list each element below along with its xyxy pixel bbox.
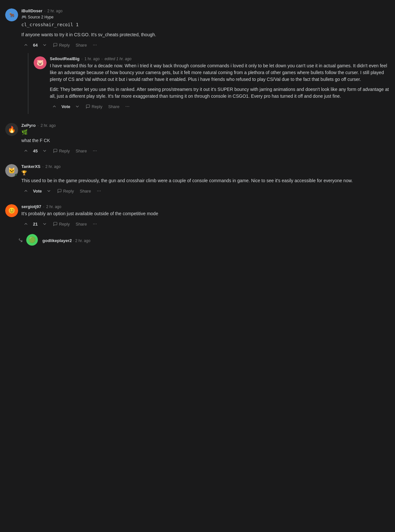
share-button[interactable]: Share	[74, 41, 89, 49]
upvote-icon	[23, 42, 28, 48]
downvote-sergiotj97[interactable]	[40, 220, 49, 228]
comment-zepyro: 🔥 ZePyro · 2 hr. ago 🌿 what the F CK 45 …	[5, 120, 390, 158]
username: iBullDoser	[21, 8, 42, 13]
comment-meta: iBullDoser · 2 hr. ago	[21, 8, 390, 13]
downvote-icon	[42, 221, 47, 227]
share-button-sergiotj97[interactable]: Share	[74, 220, 89, 228]
downvote-icon	[42, 148, 47, 153]
comment-tankerxs: 🐱 TankerXS · 2 hr. ago 🏆 This used to be…	[5, 161, 390, 198]
comment-sellout: 🐷 SelloutRealBig · 1 hr. ago · edited 1 …	[34, 53, 390, 114]
username-tankerxs: TankerXS	[21, 164, 40, 169]
reply-icon	[53, 222, 58, 226]
comment-text-sergiotj97: It's probably an option just available o…	[21, 210, 390, 217]
more-button-zepyro[interactable]: ···	[91, 147, 99, 155]
comment-text-tankerxs: This used to be in the game previously, …	[21, 177, 390, 184]
reply-arrow-icon: ↩	[17, 236, 25, 245]
flair-icon-tankerxs: 🏆	[21, 170, 27, 175]
downvote-zepyro[interactable]	[40, 147, 49, 155]
upvote-button[interactable]	[21, 41, 30, 49]
downvote-icon	[75, 104, 80, 109]
comment-body-sergiotj97: sergiotj97 · 2 hr. ago It's probably an …	[21, 204, 390, 228]
flair-icon-zepyro: 🌿	[21, 129, 28, 135]
comment-text: cl_crosshair_recoil 1 If anyone wants to…	[21, 21, 390, 38]
avatar-sergiotj97: 😊	[5, 204, 18, 217]
actions-zepyro: 45 Reply Share ···	[21, 147, 390, 155]
avatar-zepyro: 🔥	[5, 123, 18, 136]
upvote-icon	[23, 221, 28, 227]
upvote-icon	[23, 188, 28, 194]
flair-tankerxs: 🏆	[21, 170, 390, 175]
reply-button-zepyro[interactable]: Reply	[51, 147, 71, 155]
upvote-icon	[23, 148, 28, 153]
downvote-button[interactable]	[40, 41, 49, 49]
comment-text-zepyro: what the F CK	[21, 137, 390, 144]
actions: 64 Reply Share ···	[21, 41, 390, 49]
comment-body-ibulldoser: iBullDoser · 2 hr. ago 🎮 Source 2 Hype c…	[21, 8, 390, 114]
reply-icon	[57, 189, 62, 193]
share-button-zepyro[interactable]: Share	[74, 147, 89, 155]
comment-ibulldoser: 🐂 iBullDoser · 2 hr. ago 🎮 Source 2 Hype…	[5, 5, 390, 117]
more-button[interactable]: ···	[91, 41, 99, 49]
comment-body-sellout: SelloutRealBig · 1 hr. ago · edited 1 hr…	[50, 56, 390, 111]
nested-comment-sellout: 🐷 SelloutRealBig · 1 hr. ago · edited 1 …	[28, 53, 390, 114]
timestamp-godlike: 2 hr. ago	[75, 238, 91, 243]
upvote-tankerxs[interactable]	[21, 187, 30, 195]
vote-count-zepyro: 45	[33, 149, 38, 153]
upvote-sellout[interactable]	[50, 103, 59, 110]
reply-button[interactable]: Reply	[51, 41, 71, 49]
actions-sellout: Vote Reply Share ···	[50, 102, 390, 111]
timestamp-sergiotj97: 2 hr. ago	[46, 205, 61, 209]
avatar-sellout: 🐷	[34, 56, 47, 69]
downvote-sellout[interactable]	[73, 103, 82, 110]
upvote-zepyro[interactable]	[21, 147, 30, 155]
more-button-sergiotj97[interactable]: ···	[91, 220, 99, 228]
vote-label-sellout: Vote	[61, 104, 70, 109]
timestamp-zepyro: 2 hr. ago	[40, 123, 56, 128]
username-sellout: SelloutRealBig	[50, 56, 80, 61]
comment-sergiotj97: 😊 sergiotj97 · 2 hr. ago It's probably a…	[5, 201, 390, 231]
downvote-icon	[42, 42, 47, 48]
timestamp-tankerxs: 2 hr. ago	[45, 164, 60, 169]
share-button-sellout[interactable]: Share	[106, 103, 121, 110]
share-button-tankerxs[interactable]: Share	[78, 187, 93, 195]
username-zepyro: ZePyro	[21, 123, 36, 128]
vote-label-tankerxs: Vote	[33, 189, 42, 194]
flair-text: Source 2 Hype	[28, 15, 53, 19]
vote-count-sergiotj97: 21	[33, 222, 38, 227]
edited-label: edited 1 hr. ago	[104, 57, 131, 61]
username-sergiotj97: sergiotj97	[21, 204, 41, 209]
online-indicator	[15, 174, 18, 177]
upvote-sergiotj97[interactable]	[21, 220, 30, 228]
avatar-ibulldoser: 🐂	[5, 8, 18, 21]
username-godlike: godlikeplayer2	[42, 238, 72, 243]
downvote-tankerxs[interactable]	[44, 187, 53, 195]
reply-icon	[53, 149, 58, 153]
reply-button-sergiotj97[interactable]: Reply	[51, 220, 71, 228]
more-button-tankerxs[interactable]: ···	[95, 187, 103, 195]
timestamp-sellout: 1 hr. ago	[84, 57, 100, 61]
comment-body-zepyro: ZePyro · 2 hr. ago 🌿 what the F CK 45 Re…	[21, 123, 390, 155]
reply-preview-godlike: ↩ 🟢 godlikeplayer2 · 2 hr. ago	[18, 234, 390, 247]
avatar-tankerxs: 🐱	[5, 164, 18, 177]
downvote-icon	[46, 188, 51, 194]
comment-body-tankerxs: TankerXS · 2 hr. ago 🏆 This used to be i…	[21, 164, 390, 195]
more-button-sellout[interactable]: ···	[123, 102, 131, 111]
reply-button-tankerxs[interactable]: Reply	[55, 187, 76, 195]
flair-icon: 🎮	[21, 15, 27, 19]
flair: 🎮 Source 2 Hype	[21, 15, 390, 19]
reply-icon	[53, 43, 58, 47]
upvote-icon	[52, 104, 57, 109]
reply-icon	[86, 104, 90, 109]
avatar-godlike: 🟢	[26, 234, 39, 247]
comment-text-sellout: I have wanted this for a decade now. Whe…	[50, 62, 390, 100]
vote-count: 64	[33, 43, 38, 48]
actions-tankerxs: Vote Reply Share ···	[21, 187, 390, 195]
timestamp: 2 hr. ago	[47, 9, 62, 13]
reply-button-sellout[interactable]: Reply	[84, 103, 104, 110]
flair-zepyro: 🌿	[21, 129, 390, 135]
actions-sergiotj97: 21 Reply Share ···	[21, 220, 390, 228]
